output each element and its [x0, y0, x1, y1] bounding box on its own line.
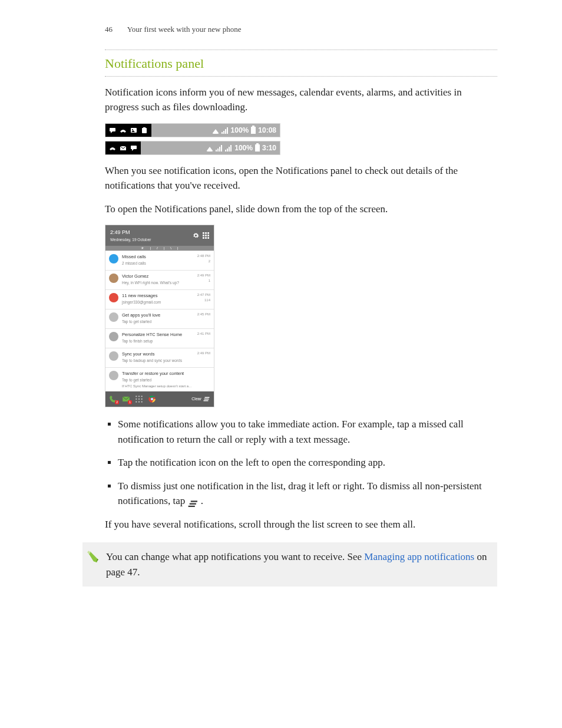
notifications-panel-figure: 2:49 PM Wednesday, 19 October ☀|/|\| Mis…: [105, 225, 214, 407]
notification-meta: 2:41 PM: [197, 331, 210, 337]
svg-point-25: [141, 398, 143, 400]
svg-rect-18: [207, 237, 209, 239]
image-icon: [130, 127, 137, 134]
notification-subtitle: Tap to get started: [122, 377, 207, 383]
signal-icon: [222, 127, 229, 134]
notification-body: 11 new messagesjsinger330@gmail.com: [122, 292, 194, 305]
svg-marker-9: [132, 149, 134, 151]
svg-rect-0: [110, 128, 115, 131]
notification-row: Sync your wordsTap to backup and sync yo…: [105, 348, 214, 367]
svg-rect-10: [203, 232, 204, 234]
notification-body: Victor GomezHey, in WFi right now. What'…: [122, 273, 194, 285]
missed-call-icon: [120, 127, 127, 134]
svg-rect-32: [205, 397, 210, 398]
notification-title: Missed calls: [122, 253, 194, 260]
battery-icon: [251, 127, 256, 134]
statusbar2-time: 3:10: [262, 143, 276, 153]
statusbar1-battery-pct: 100%: [231, 125, 249, 136]
tips-list: Some notifications allow you to take imm…: [105, 417, 497, 509]
notification-title: Personalize HTC Sense Home: [122, 331, 194, 338]
notification-body: Get apps you'll loveTap to get started: [122, 312, 194, 324]
svg-point-27: [138, 401, 140, 403]
settings-icon: [193, 232, 199, 239]
notification-subtitle: Tap to get started: [122, 319, 194, 325]
signal-icon-2: [225, 144, 232, 151]
panel-time: 2:49 PM: [110, 229, 151, 237]
tip-item-1: Some notifications allow you to take imm…: [118, 417, 497, 447]
svg-point-23: [135, 398, 137, 400]
chat-icon: [109, 127, 116, 134]
notification-subtitle: jsinger330@gmail.com: [122, 299, 194, 305]
signal-icon: [216, 144, 223, 151]
dock-chrome-icon: [148, 395, 156, 403]
notification-body: Transfer or restore your contentTap to g…: [122, 370, 207, 389]
svg-point-31: [151, 398, 153, 401]
dock-mail-icon: 1: [122, 395, 130, 403]
tip-item-2: Tap the notification icon on the left to…: [118, 455, 497, 470]
battery-icon: [255, 144, 260, 151]
document-page: 46 Your first week with your new phone N…: [0, 0, 562, 610]
dock-apps-icon: [135, 395, 143, 403]
notification-title: Get apps you'll love: [122, 312, 194, 318]
notification-app-icon: [109, 293, 118, 302]
clear-all-inline-icon: [188, 498, 199, 506]
clear-all-label: Clear: [191, 396, 201, 403]
notification-body: Sync your wordsTap to backup and sync yo…: [122, 351, 194, 363]
quicksettings-grid-icon: [203, 232, 209, 239]
svg-rect-15: [207, 235, 209, 236]
notification-row: Missed calls2 missed calls2:48 PM2: [105, 251, 214, 270]
page-number: 46: [105, 25, 113, 34]
svg-point-26: [135, 401, 137, 403]
notification-meta: 2:49 PM: [197, 351, 210, 356]
divider: [105, 50, 497, 50]
svg-point-24: [138, 398, 140, 400]
tip-item-3-text-a: To dismiss just one notification in the …: [118, 480, 482, 507]
notification-app-icon: [109, 312, 118, 322]
notification-list: Missed calls2 missed calls2:48 PM2Victor…: [105, 251, 214, 391]
wifi-icon: [212, 127, 219, 134]
panel-date: Wednesday, 19 October: [110, 237, 151, 243]
notification-meta: 2:47 PM114: [197, 292, 210, 303]
managing-notifications-link[interactable]: Managing app notifications: [364, 551, 474, 562]
notification-subtitle: 2 missed calls: [122, 261, 194, 266]
svg-point-21: [138, 396, 140, 397]
svg-rect-34: [204, 400, 209, 401]
notification-meta: 2:48 PM2: [197, 253, 210, 264]
svg-point-20: [135, 396, 137, 397]
notification-row: Get apps you'll loveTap to get started2:…: [105, 309, 214, 328]
paragraph-2: When you see notification icons, open th…: [105, 163, 497, 193]
svg-rect-12: [207, 232, 209, 234]
tip-item-3-text-b: .: [201, 495, 203, 506]
notification-subtitle: Tap to backup and sync your words: [122, 358, 194, 364]
notification-subtitle: Tap to finish setup: [122, 338, 194, 344]
statusbar-figure-2: 100% 3:10: [105, 141, 280, 155]
notification-title: Victor Gomez: [122, 273, 194, 279]
svg-rect-6: [143, 127, 146, 129]
pencil-tip-icon: [86, 551, 99, 564]
chapter-title: Your first week with your new phone: [127, 25, 242, 34]
svg-point-3: [132, 129, 133, 130]
notification-row: Victor GomezHey, in WFi right now. What'…: [105, 270, 214, 289]
svg-rect-8: [131, 146, 137, 149]
svg-point-22: [141, 396, 143, 397]
svg-rect-36: [189, 503, 196, 505]
tip-callout-text: You can change what app notifications yo…: [106, 549, 489, 579]
clipboard-icon: [141, 127, 148, 134]
paragraph-3: To open the Notifications panel, slide d…: [105, 202, 497, 217]
svg-rect-17: [205, 237, 207, 239]
statusbar2-left-icons: [105, 141, 141, 154]
notification-app-icon: [109, 332, 118, 341]
notification-subtitle: Hey, in WFi right now. What's up?: [122, 280, 194, 286]
notification-app-icon: [109, 371, 118, 380]
statusbar1-left-icons: [105, 124, 151, 137]
svg-point-28: [141, 401, 143, 403]
svg-rect-37: [188, 506, 194, 507]
intro-paragraph: Notification icons inform you of new mes…: [105, 85, 497, 115]
svg-rect-35: [190, 501, 197, 502]
notification-body: Missed calls2 missed calls: [122, 253, 194, 266]
svg-rect-14: [205, 235, 207, 236]
svg-rect-5: [142, 128, 147, 133]
notification-app-icon: [109, 274, 118, 283]
notification-row: Transfer or restore your contentTap to g…: [105, 367, 214, 391]
running-header: 46 Your first week with your new phone: [105, 24, 497, 35]
